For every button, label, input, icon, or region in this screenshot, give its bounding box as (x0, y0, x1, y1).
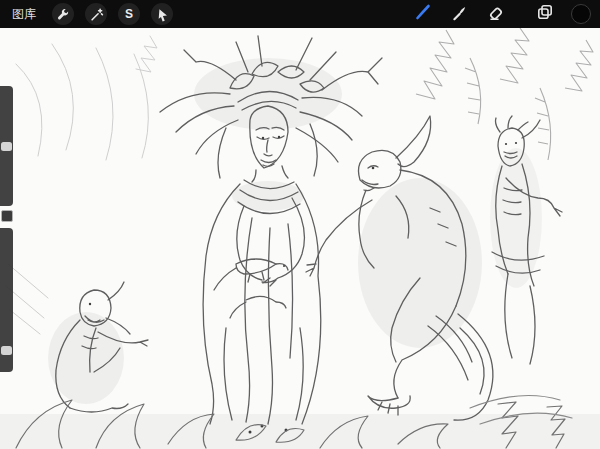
brush-size-slider[interactable] (0, 86, 13, 206)
selection-button[interactable]: S (118, 3, 140, 25)
smudge-tool-button[interactable] (447, 2, 471, 26)
opacity-handle[interactable] (1, 346, 12, 355)
s-glyph-icon: S (125, 7, 133, 21)
top-toolbar: 图库 S (0, 0, 600, 28)
smudge-brush-icon (451, 4, 468, 25)
brush-size-handle[interactable] (1, 142, 12, 151)
sidebar-modify-button[interactable] (1, 210, 13, 222)
color-swatch[interactable] (571, 4, 591, 24)
eraser-icon (487, 4, 504, 25)
layers-icon (536, 3, 554, 25)
wrench-icon (56, 7, 71, 22)
actions-button[interactable] (52, 3, 74, 25)
artwork-sketch (0, 28, 600, 449)
magic-wand-icon (89, 7, 104, 22)
cursor-arrow-icon (155, 7, 170, 22)
gallery-button[interactable]: 图库 (6, 0, 42, 28)
layers-button[interactable] (533, 2, 557, 26)
eraser-tool-button[interactable] (483, 2, 507, 26)
sidebar (0, 86, 15, 374)
adjustments-button[interactable] (85, 3, 107, 25)
canvas[interactable] (0, 28, 600, 449)
opacity-slider[interactable] (0, 228, 13, 372)
paint-tool-button[interactable] (411, 2, 435, 26)
right-tool-group (399, 2, 600, 26)
brush-stroke-icon (414, 3, 432, 25)
transform-button[interactable] (151, 3, 173, 25)
